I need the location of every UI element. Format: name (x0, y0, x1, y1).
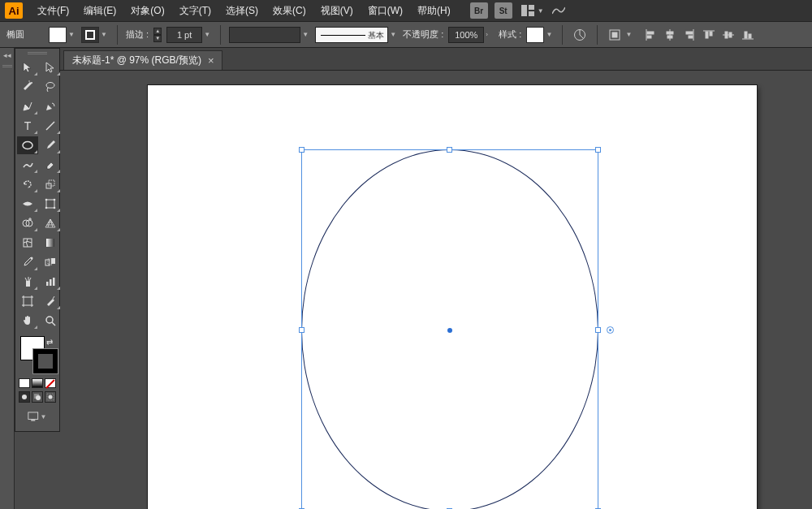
svg-rect-43 (45, 260, 50, 265)
slice-tool[interactable] (40, 292, 61, 310)
close-tab-button[interactable]: × (208, 54, 214, 67)
brush-dropdown[interactable]: ▼ (390, 31, 398, 38)
align-right-button[interactable] (680, 26, 698, 44)
separator (117, 25, 118, 45)
svg-point-35 (54, 199, 56, 201)
style-dropdown[interactable]: ▼ (546, 31, 554, 38)
gpu-preview-button[interactable] (550, 2, 568, 19)
mesh-tool[interactable] (17, 234, 38, 252)
symbol-sprayer-tool[interactable] (17, 273, 38, 291)
arrange-documents-button[interactable] (519, 2, 537, 19)
handle-n[interactable] (447, 147, 452, 153)
swap-colors-button[interactable]: ⇄ (46, 338, 53, 347)
stroke-dropdown[interactable]: ▼ (101, 31, 109, 38)
fill-dropdown[interactable]: ▼ (68, 31, 76, 38)
align-to-button[interactable] (606, 26, 624, 44)
svg-point-27 (46, 83, 54, 88)
svg-point-42 (31, 257, 33, 260)
recolor-artwork-button[interactable] (571, 26, 589, 44)
screen-mode-button[interactable]: ▼ (28, 408, 47, 425)
handle-ne[interactable] (595, 147, 601, 153)
draw-behind-button[interactable] (32, 391, 43, 403)
svg-point-55 (36, 395, 41, 400)
arrange-dropdown[interactable]: ▼ (538, 7, 546, 15)
draw-inside-button[interactable] (45, 391, 56, 403)
menu-object[interactable]: 对象(O) (124, 1, 171, 21)
menu-window[interactable]: 窗口(W) (361, 1, 409, 21)
rotate-tool[interactable] (17, 175, 38, 193)
zoom-tool[interactable] (40, 312, 61, 330)
bridge-button[interactable]: Br (470, 2, 488, 19)
menu-effect[interactable]: 效果(C) (266, 1, 313, 21)
artboard-tool[interactable] (17, 292, 38, 310)
perspective-grid-tool[interactable] (40, 214, 61, 232)
stroke-weight-stepper[interactable]: ▲▼ (153, 28, 162, 42)
opacity-input[interactable] (448, 27, 484, 43)
menu-view[interactable]: 视图(V) (314, 1, 360, 21)
handle-w[interactable] (299, 327, 304, 333)
app-logo: Ai (5, 2, 23, 19)
column-graph-tool[interactable] (40, 273, 61, 291)
shaper-tool[interactable] (17, 156, 38, 174)
width-tool[interactable] (17, 195, 38, 213)
align-hcenter-button[interactable] (661, 26, 679, 44)
svg-rect-59 (31, 420, 35, 421)
align-top-button[interactable] (700, 26, 718, 44)
paintbrush-tool[interactable] (40, 136, 61, 154)
collapse-dock-button[interactable]: ◂◂ (0, 48, 15, 63)
svg-rect-46 (26, 281, 30, 287)
dock-grip[interactable] (0, 63, 15, 69)
menu-help[interactable]: 帮助(H) (411, 1, 457, 21)
canvas-area[interactable] (60, 71, 812, 509)
artboard[interactable] (148, 85, 757, 509)
stroke-swatch[interactable] (81, 27, 99, 43)
align-bottom-button[interactable] (739, 26, 757, 44)
live-shape-widget[interactable] (607, 326, 614, 334)
pen-tool[interactable] (17, 97, 38, 115)
selection-tool[interactable] (17, 58, 38, 76)
shape-builder-tool[interactable] (17, 214, 38, 232)
opacity-dropdown[interactable]: › (486, 31, 494, 38)
blend-tool[interactable] (40, 253, 61, 271)
handle-e[interactable] (595, 327, 601, 333)
variable-width-dropdown[interactable]: ▼ (302, 31, 310, 38)
document-tab[interactable]: 未标题-1* @ 97% (RGB/预览) × (63, 50, 222, 70)
color-mode-gradient[interactable] (32, 378, 43, 388)
draw-normal-button[interactable] (19, 391, 30, 403)
variable-width-profile[interactable] (229, 27, 300, 43)
type-tool[interactable]: T (17, 117, 38, 135)
stroke-weight-input[interactable] (166, 27, 202, 43)
svg-rect-18 (710, 32, 712, 36)
color-mode-none[interactable] (45, 378, 56, 388)
free-transform-tool[interactable] (40, 195, 61, 213)
menu-file[interactable]: 文件(F) (31, 1, 76, 21)
brush-definition[interactable]: 基本 (315, 27, 388, 43)
menu-edit[interactable]: 编辑(E) (77, 1, 123, 21)
menu-select[interactable]: 选择(S) (219, 1, 265, 21)
line-segment-tool[interactable] (40, 117, 61, 135)
color-mode-solid[interactable] (19, 378, 30, 388)
gradient-tool[interactable] (40, 234, 61, 252)
eyedropper-tool[interactable] (17, 253, 38, 271)
toolbox-grip[interactable] (15, 49, 59, 57)
style-swatch[interactable] (526, 27, 544, 43)
curvature-tool[interactable] (40, 97, 61, 115)
menu-type[interactable]: 文字(T) (173, 1, 218, 21)
stroke-weight-dropdown[interactable]: ▼ (204, 31, 212, 38)
align-vcenter-button[interactable] (719, 26, 737, 44)
lasso-tool[interactable] (40, 78, 61, 96)
magic-wand-tool[interactable] (17, 78, 38, 96)
align-left-button[interactable] (641, 26, 659, 44)
eraser-tool[interactable] (40, 156, 61, 174)
scale-tool[interactable] (40, 175, 61, 193)
hand-tool[interactable] (17, 312, 38, 330)
ellipse-tool[interactable] (17, 136, 38, 154)
stroke-color-swatch[interactable] (33, 349, 58, 373)
align-to-dropdown[interactable]: ▼ (625, 31, 633, 38)
fill-swatch[interactable] (49, 27, 67, 43)
stock-button[interactable]: St (495, 2, 512, 19)
svg-rect-33 (46, 200, 54, 208)
svg-point-53 (22, 395, 27, 399)
direct-selection-tool[interactable] (40, 58, 61, 76)
handle-nw[interactable] (299, 147, 304, 153)
